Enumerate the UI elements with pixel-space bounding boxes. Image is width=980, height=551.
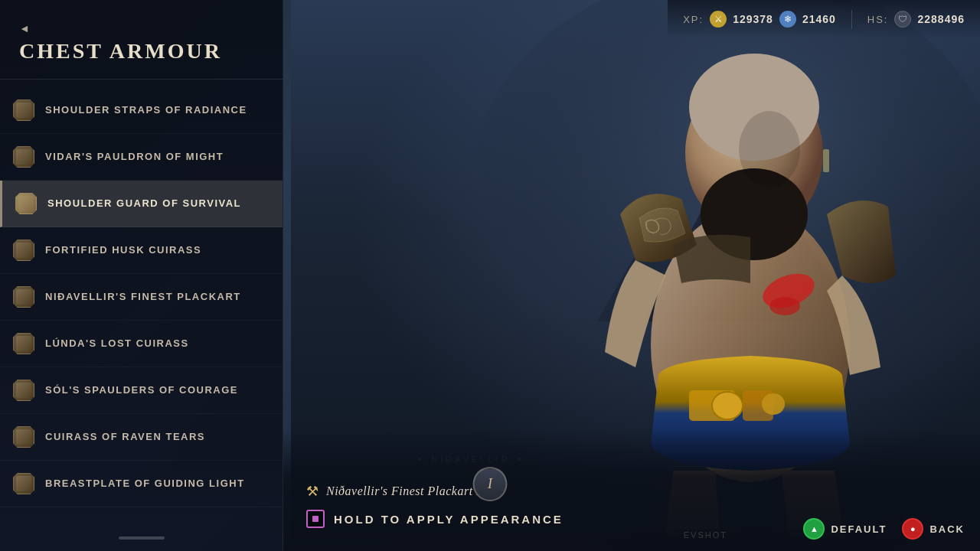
svg-point-12 xyxy=(769,297,800,315)
hud-divider xyxy=(851,10,852,29)
hs-icon: 🛡 xyxy=(894,11,911,28)
armor-icon-4 xyxy=(11,285,36,309)
armor-icon-3 xyxy=(11,238,36,262)
item-label-1: VIDAR'S PAULDRON OF MIGHT xyxy=(45,151,224,164)
item-label-5: LÚNDA'S LOST CUIRASS xyxy=(45,337,189,350)
xp-section: XP: ⚔ 129378 ❄ 21460 xyxy=(683,11,836,28)
xp-value1: 129378 xyxy=(733,13,773,25)
menu-item[interactable]: SÓL'S SPAULDERS OF COURAGE xyxy=(0,367,283,414)
item-label-6: SÓL'S SPAULDERS OF COURAGE xyxy=(45,384,238,397)
top-hud: XP: ⚔ 129378 ❄ 21460 HS: 🛡 2288496 xyxy=(668,0,980,38)
svg-point-9 xyxy=(739,111,800,187)
item-label-7: CUIRASS OF RAVEN TEARS xyxy=(45,431,205,444)
menu-item-active[interactable]: SHOULDER GUARD OF SURVIVAL xyxy=(0,181,283,227)
armor-icon-8 xyxy=(11,471,36,496)
left-panel: ◄ CHEST ARMOUR SHOULDER STRAPS OF RADIAN… xyxy=(0,0,283,551)
armor-icon-5 xyxy=(11,331,36,356)
xp-value2: 21460 xyxy=(802,13,836,25)
armor-icon-1 xyxy=(11,145,36,169)
back-label: BACK xyxy=(929,523,965,535)
armor-icon-2 xyxy=(14,191,38,216)
button-inner xyxy=(312,516,318,522)
menu-item[interactable]: BREASTPLATE OF GUIDING LIGHT xyxy=(0,461,283,507)
menu-item[interactable]: CUIRASS OF RAVEN TEARS xyxy=(0,414,283,461)
back-icon: ● xyxy=(902,518,923,540)
apply-appearance-button[interactable] xyxy=(306,510,325,528)
item-label-0: SHOULDER STRAPS OF RADIANCE xyxy=(45,104,247,117)
hs-section: HS: 🛡 2288496 xyxy=(867,11,965,28)
item-label-2: SHOULDER GUARD OF SURVIVAL xyxy=(47,197,241,210)
menu-item[interactable]: NIÐAVELLIR'S FINEST PLACKART xyxy=(0,274,283,321)
default-button[interactable]: ▲ DEFAULT xyxy=(803,518,887,540)
back-arrow: ◄ xyxy=(19,23,267,35)
menu-item[interactable]: FORTIFIED HUSK CUIRASS xyxy=(0,227,283,274)
xp1-icon: ⚔ xyxy=(710,11,727,28)
watermark: EVSHOT xyxy=(684,530,727,540)
armor-icon-6 xyxy=(11,378,36,403)
action-label: HOLD TO APPLY APPEARANCE xyxy=(334,513,564,526)
armor-icon-0 xyxy=(11,98,36,122)
back-button[interactable]: ● BACK xyxy=(902,518,965,540)
item-detail: ⚒ Niðavellir's Finest Plackart III xyxy=(283,471,980,506)
item-label-3: FORTIFIED HUSK CUIRASS xyxy=(45,244,201,257)
xp2-icon: ❄ xyxy=(779,11,796,28)
item-label-8: BREASTPLATE OF GUIDING LIGHT xyxy=(45,478,245,491)
hs-value: 2288496 xyxy=(917,13,965,25)
default-label: DEFAULT xyxy=(831,523,887,535)
page-badge: I xyxy=(473,467,508,501)
svg-point-16 xyxy=(762,393,785,415)
svg-rect-10 xyxy=(823,149,829,172)
detail-name: Niðavellir's Finest Plackart III xyxy=(326,484,490,498)
section-title: CHEST ARMOUR xyxy=(19,39,267,64)
title-area: ◄ CHEST ARMOUR xyxy=(0,0,283,80)
default-icon: ▲ xyxy=(803,518,825,540)
page-indicator: I xyxy=(473,467,508,501)
menu-item[interactable]: LÚNDA'S LOST CUIRASS xyxy=(0,321,283,367)
scroll-indicator xyxy=(119,536,165,540)
hs-label: HS: xyxy=(867,14,889,25)
item-label-4: NIÐAVELLIR'S FINEST PLACKART xyxy=(45,291,241,304)
bottom-controls: ▲ DEFAULT ● BACK xyxy=(803,518,965,540)
armor-icon-7 xyxy=(11,425,36,449)
xp-label: XP: xyxy=(683,14,704,25)
detail-icon: ⚒ xyxy=(306,483,318,500)
menu-item[interactable]: VIDAR'S PAULDRON OF MIGHT xyxy=(0,134,283,181)
menu-item[interactable]: SHOULDER STRAPS OF RADIANCE xyxy=(0,87,283,134)
menu-list: SHOULDER STRAPS OF RADIANCE VIDAR'S PAUL… xyxy=(0,87,283,507)
svg-point-15 xyxy=(712,392,743,419)
